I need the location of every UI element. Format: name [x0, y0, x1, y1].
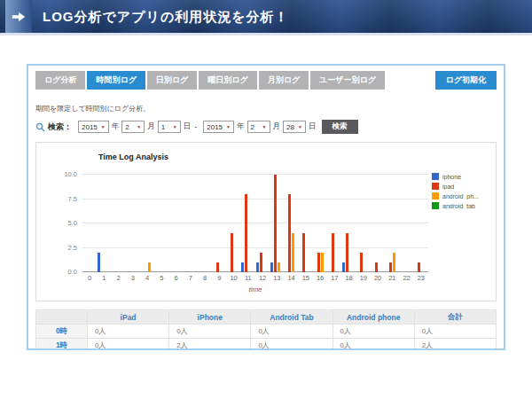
legend-label: android_tab_ — [442, 203, 479, 209]
legend-swatch-icon — [432, 202, 439, 209]
time-log-chart: Time Log Analysis 10.07.55.02.50.0 01234… — [35, 142, 497, 301]
row-label-cell: 1時 — [36, 339, 88, 351]
tab-bar: ログ分析時間別ログ日別ログ曜日別ログ月別ログユーザー別ログ ログ初期化 — [35, 71, 497, 92]
legend-swatch-icon — [432, 183, 439, 190]
table-header-cell — [36, 310, 88, 325]
y-axis-label: 5.0 — [68, 219, 77, 227]
search-button[interactable]: 検索 — [322, 120, 358, 134]
y-axis-label: 2.5 — [68, 243, 77, 251]
bar-group-13 — [270, 175, 284, 272]
bar-group-20 — [371, 175, 385, 272]
bar — [292, 233, 294, 272]
section-description: 期間を限定して時間別にログ分析。 — [35, 104, 497, 113]
bar-group-18 — [342, 175, 356, 272]
month-unit: 月 — [273, 121, 281, 132]
legend-label: iphone_ — [442, 174, 465, 180]
bar — [270, 262, 273, 272]
tab-4[interactable]: 月別ログ — [259, 71, 309, 90]
chevron-down-icon: ▼ — [173, 124, 177, 129]
table-header-cell: iPad — [88, 310, 169, 325]
bar-group-5 — [154, 175, 168, 272]
bar-group-10 — [227, 175, 241, 272]
bar-group-12 — [255, 175, 270, 272]
bar-group-4 — [140, 175, 154, 272]
bar-group-15 — [299, 175, 313, 272]
table-cell: 0人 — [332, 339, 414, 351]
bar — [260, 253, 262, 272]
bar-group-19 — [356, 175, 371, 272]
bar-group-23 — [414, 175, 428, 272]
x-tick: 2 — [112, 274, 126, 282]
x-tick: 9 — [212, 274, 226, 282]
chart-legend: iphone_ipad_android_ph...android_tab_ — [432, 173, 489, 212]
bar-group-6 — [169, 175, 184, 272]
x-tick: 21 — [385, 274, 399, 282]
table-cell: 2人 — [169, 339, 251, 351]
x-tick: 20 — [371, 274, 385, 282]
legend-swatch-icon — [432, 192, 439, 200]
search-icon — [35, 122, 45, 132]
x-tick: 12 — [255, 274, 270, 282]
to-month-select[interactable]: 2▼ — [247, 121, 270, 133]
to-day-select[interactable]: 28▼ — [283, 121, 306, 133]
x-tick: 6 — [169, 274, 184, 282]
bar — [256, 262, 259, 272]
table-cell: 0人 — [169, 325, 251, 339]
arrow-right-icon — [12, 11, 26, 23]
x-axis-title: time — [82, 286, 428, 293]
tab-2[interactable]: 日別ログ — [147, 71, 197, 90]
bar — [148, 262, 151, 272]
x-tick: 11 — [241, 274, 255, 282]
legend-label: ipad_ — [442, 184, 458, 190]
bar — [317, 253, 320, 272]
tab-3[interactable]: 曜日別ログ — [199, 71, 256, 90]
chart-title: Time Log Analysis — [98, 153, 168, 161]
tabs-container: ログ分析時間別ログ日別ログ曜日別ログ月別ログユーザー別ログ — [35, 71, 387, 86]
to-year-select[interactable]: 2015▼ — [203, 121, 234, 133]
page-title: LOG分析でアプリの利用状況を分析！ — [43, 0, 289, 33]
x-tick: 5 — [154, 274, 168, 282]
table-row: 1時0人2人0人0人2人 — [36, 339, 497, 351]
x-tick: 15 — [299, 274, 313, 282]
search-row: 検索： 2015▼ 年 2▼ 月 1▼ 日 - 2015▼ 年 2▼ 月 28▼… — [35, 120, 497, 134]
x-tick: 17 — [327, 274, 341, 282]
bar-group-22 — [400, 175, 414, 272]
table-header-cell: Android phone — [332, 310, 414, 325]
row-label-cell: 0時 — [36, 325, 88, 339]
chevron-down-icon: ▼ — [262, 124, 267, 129]
table-header-cell: 合計 — [414, 310, 496, 325]
chevron-down-icon: ▼ — [298, 124, 302, 129]
tab-0[interactable]: ログ分析 — [35, 71, 85, 90]
bar-group-8 — [198, 175, 212, 272]
year-unit: 年 — [112, 121, 120, 132]
bar — [288, 194, 291, 272]
bar-group-16 — [313, 175, 327, 272]
bar — [245, 194, 247, 272]
x-tick: 23 — [414, 274, 428, 282]
bar-group-7 — [184, 175, 198, 272]
x-tick: 19 — [356, 274, 371, 282]
day-unit: 日 — [309, 121, 317, 132]
x-tick: 3 — [126, 274, 140, 282]
legend-swatch-icon — [432, 173, 439, 180]
tab-5[interactable]: ユーザー別ログ — [310, 71, 385, 90]
from-year-select[interactable]: 2015▼ — [78, 121, 109, 133]
bar — [231, 233, 233, 272]
bar — [418, 262, 420, 272]
main-panel: ログ分析時間別ログ日別ログ曜日別ログ月別ログユーザー別ログ ログ初期化 期間を限… — [27, 64, 505, 350]
search-label: 検索： — [48, 121, 72, 133]
x-tick: 13 — [270, 274, 284, 282]
from-month-select[interactable]: 2▼ — [121, 121, 145, 133]
x-tick: 10 — [227, 274, 241, 282]
bar-group-1 — [97, 175, 111, 272]
table-header-row: iPadiPhoneAndroid TabAndroid phone合計 — [36, 310, 497, 325]
from-day-select[interactable]: 1▼ — [158, 121, 181, 133]
y-axis-label: 7.5 — [68, 194, 77, 202]
log-init-button[interactable]: ログ初期化 — [435, 71, 497, 90]
table-cell: 2人 — [414, 339, 496, 351]
bar — [98, 253, 100, 272]
bar — [241, 262, 244, 272]
bar — [216, 262, 219, 272]
date-range-separator: - — [194, 122, 197, 131]
tab-1[interactable]: 時間別ログ — [87, 71, 145, 90]
